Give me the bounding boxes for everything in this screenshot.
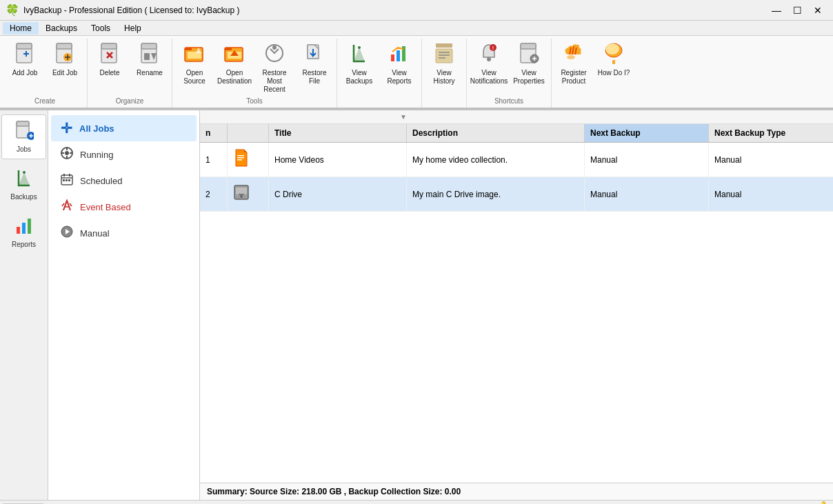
ribbon-group-shortcuts: ! View Notifications xyxy=(467,39,552,108)
svg-rect-38 xyxy=(521,43,536,49)
sidebar-tab-reports[interactable]: Reports xyxy=(1,210,46,254)
nav-scheduled-label: Scheduled xyxy=(80,176,122,186)
svg-point-23 xyxy=(272,46,277,50)
svg-rect-1 xyxy=(17,43,32,49)
open-source-button[interactable]: Open Source xyxy=(175,39,214,88)
register-product-button[interactable]: Register Product xyxy=(554,39,593,88)
table-container: ▼ n Title Description Next Backup Next xyxy=(200,110,833,483)
edit-job-icon xyxy=(54,42,76,68)
register-product-icon xyxy=(563,42,585,68)
svg-rect-76 xyxy=(237,159,242,161)
view-reports-button[interactable]: View Reports xyxy=(380,39,419,88)
svg-point-34 xyxy=(487,57,491,61)
row2-icon-cell xyxy=(228,177,269,211)
nav-item-scheduled[interactable]: Scheduled xyxy=(51,168,197,194)
table-row[interactable]: 2 C Drive My main xyxy=(200,177,833,212)
edit-job-label: Edit Job xyxy=(52,69,77,77)
ribbon-group-history-label xyxy=(425,103,463,108)
notification-area: 🔔 xyxy=(816,501,830,504)
svg-rect-75 xyxy=(237,157,244,159)
open-destination-button[interactable]: Open Destination xyxy=(215,39,254,88)
summary-bar: Summary: Source Size: 218.00 GB , Backup… xyxy=(200,483,833,500)
table-empty-area xyxy=(200,212,833,483)
nav-item-all-jobs[interactable]: ✛ All Jobs xyxy=(51,115,197,141)
ribbon-group-register-label xyxy=(554,103,633,108)
menu-home[interactable]: Home xyxy=(3,22,39,34)
table-row[interactable]: 1 Home Videos xyxy=(200,143,833,177)
svg-rect-48 xyxy=(612,60,615,64)
col-header-next-backup-type[interactable]: Next Backup Type xyxy=(709,124,833,142)
all-jobs-icon: ✛ xyxy=(61,120,72,137)
add-job-icon xyxy=(14,42,36,68)
svg-rect-10 xyxy=(101,43,117,49)
menu-backups[interactable]: Backups xyxy=(39,22,84,34)
app-title: IvyBackup - Professional Edition ( Licen… xyxy=(23,6,239,15)
svg-point-59 xyxy=(65,151,69,155)
restore-file-label: Restore File xyxy=(297,69,332,85)
row1-title: Home Videos xyxy=(269,143,407,177)
col-header-description[interactable]: Description xyxy=(407,124,585,142)
sort-indicator: ▼ xyxy=(400,113,407,121)
menu-tools[interactable]: Tools xyxy=(84,22,117,34)
menu-bar: Home Backups Tools Help xyxy=(0,21,833,36)
app-body: Jobs Backups Reports xyxy=(0,110,833,500)
svg-rect-18 xyxy=(185,48,192,50)
menu-help[interactable]: Help xyxy=(117,22,148,34)
maximize-button[interactable]: ☐ xyxy=(787,3,807,18)
nav-item-manual[interactable]: Manual xyxy=(51,221,197,246)
restore-most-recent-button[interactable]: Restore Most Recent xyxy=(255,39,294,96)
svg-text:!: ! xyxy=(492,46,494,50)
ribbon-group-tools-label: Tools xyxy=(175,96,334,108)
svg-rect-50 xyxy=(17,121,29,126)
view-notifications-button[interactable]: ! View Notifications xyxy=(470,39,508,88)
svg-point-42 xyxy=(567,55,575,59)
svg-rect-14 xyxy=(141,43,157,49)
minimize-button[interactable]: — xyxy=(767,3,786,18)
row1-next-backup-type: Manual xyxy=(709,143,833,177)
bottom-bar: 🔔 xyxy=(0,500,833,504)
row2-drive-icon xyxy=(233,183,250,205)
ribbon-group-tools: Open Source Open Destination xyxy=(172,39,337,108)
close-button[interactable]: ✕ xyxy=(808,3,827,18)
sidebar-tab-backups[interactable]: Backups xyxy=(1,162,46,207)
sidebar-tab-jobs[interactable]: Jobs xyxy=(1,114,46,159)
svg-rect-68 xyxy=(63,179,65,181)
col-header-title[interactable]: Title xyxy=(269,124,407,142)
rename-label: Rename xyxy=(137,69,163,77)
nav-manual-label: Manual xyxy=(80,228,110,239)
view-backups-button[interactable]: View Backups xyxy=(340,39,379,88)
ribbon-group-shortcuts-label: Shortcuts xyxy=(470,96,548,108)
view-history-button[interactable]: View History xyxy=(425,39,463,88)
ribbon-group-create-label: Create xyxy=(6,96,84,108)
rename-button[interactable]: Rename xyxy=(130,39,169,87)
nav-item-running[interactable]: Running xyxy=(51,142,197,168)
delete-button[interactable]: Delete xyxy=(90,39,129,87)
row1-description: My home video collection. xyxy=(407,143,585,177)
ribbon-group-organize: Delete Rename Organize xyxy=(88,39,172,108)
add-job-button[interactable]: Add Job xyxy=(6,39,44,87)
col-header-next-backup[interactable]: Next Backup xyxy=(585,124,709,142)
row1-file-icon xyxy=(233,148,250,171)
col-header-n[interactable]: n xyxy=(200,124,228,142)
manual-icon xyxy=(61,225,73,241)
edit-job-button[interactable]: Edit Job xyxy=(46,39,84,87)
ribbon-group-history: View History xyxy=(422,39,467,108)
restore-file-button[interactable]: Restore File xyxy=(295,39,334,88)
col-title-label: Title xyxy=(274,128,291,138)
svg-rect-56 xyxy=(22,223,26,234)
svg-point-47 xyxy=(605,43,619,54)
running-icon xyxy=(61,147,73,163)
view-properties-button[interactable]: View Properties xyxy=(510,39,548,88)
ribbon-group-view-label xyxy=(340,103,419,108)
view-reports-icon xyxy=(388,42,410,68)
nav-item-event-based[interactable]: Event Based xyxy=(51,194,197,220)
row1-n: 1 xyxy=(200,143,228,177)
view-backups-label: View Backups xyxy=(342,69,377,85)
row2-n: 2 xyxy=(200,177,228,211)
svg-rect-57 xyxy=(28,219,31,234)
how-do-i-button[interactable]: How Do I? xyxy=(594,39,633,87)
view-properties-icon xyxy=(518,42,540,68)
window-controls: — ☐ ✕ xyxy=(767,3,827,18)
svg-rect-26 xyxy=(391,54,394,61)
col-next-backup-type-label: Next Backup Type xyxy=(714,128,785,138)
